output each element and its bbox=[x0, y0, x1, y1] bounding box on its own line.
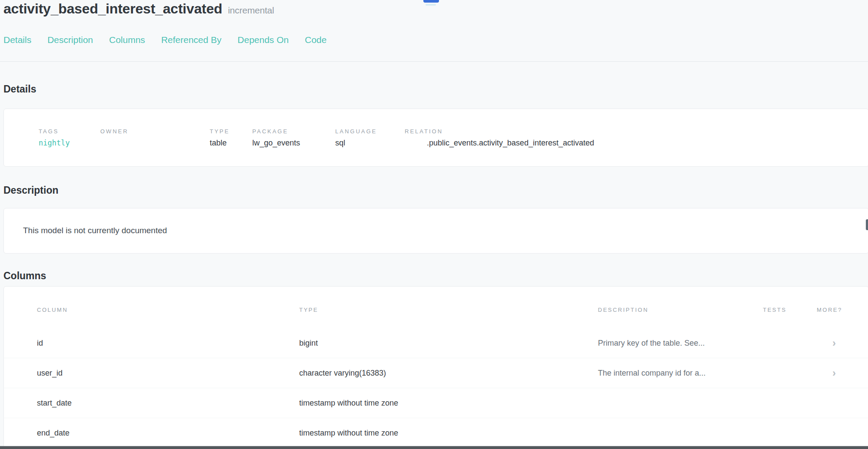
column-name-cell: start_date bbox=[37, 399, 72, 408]
cutoff-edge-fragment bbox=[866, 219, 868, 230]
details-section-heading: Details bbox=[3, 83, 36, 95]
more-header: MORE? bbox=[817, 307, 842, 313]
owner-label: OWNER bbox=[100, 128, 129, 135]
description-header: DESCRIPTION bbox=[598, 307, 648, 313]
table-row-user-id[interactable]: user_id character varying(16383) The int… bbox=[4, 358, 868, 388]
column-name-cell: user_id bbox=[37, 369, 63, 378]
materialization-badge: incremental bbox=[228, 5, 274, 15]
model-docs-page: activity_based_interest_activatedincreme… bbox=[0, 0, 868, 449]
package-value: lw_go_events bbox=[252, 139, 300, 148]
description-section-heading: Description bbox=[3, 185, 59, 196]
columns-card: COLUMN TYPE DESCRIPTION TESTS MORE? id b… bbox=[3, 286, 868, 448]
cutoff-blue-fragment bbox=[423, 0, 439, 3]
tab-columns[interactable]: Columns bbox=[109, 35, 145, 45]
header-divider bbox=[0, 61, 868, 62]
tab-description[interactable]: Description bbox=[47, 35, 93, 45]
column-type-cell: timestamp without time zone bbox=[299, 429, 398, 438]
table-row-end-date[interactable]: end_date timestamp without time zone bbox=[4, 418, 868, 448]
type-value: table bbox=[210, 139, 227, 148]
tab-details[interactable]: Details bbox=[3, 35, 31, 45]
tags-label: TAGS bbox=[39, 128, 59, 135]
language-label: LANGUAGE bbox=[335, 128, 377, 135]
columns-table-header: COLUMN TYPE DESCRIPTION TESTS MORE? bbox=[4, 307, 868, 315]
columns-table-body: id bigint Primary key of the table. See.… bbox=[4, 328, 868, 448]
details-card: TAGS nightly OWNER TYPE table PACKAGE lw… bbox=[3, 109, 868, 167]
cutoff-fragment-glow bbox=[426, 4, 436, 6]
column-name-cell: id bbox=[37, 338, 43, 347]
table-row-id[interactable]: id bigint Primary key of the table. See.… bbox=[4, 328, 868, 358]
relation-label: RELATION bbox=[405, 128, 443, 135]
tab-code[interactable]: Code bbox=[305, 35, 327, 45]
tab-depends-on[interactable]: Depends On bbox=[238, 35, 289, 45]
table-row-start-date[interactable]: start_date timestamp without time zone bbox=[4, 388, 868, 418]
tests-header: TESTS bbox=[763, 307, 786, 313]
column-description-cell: The internal company id for a... bbox=[598, 369, 706, 378]
model-name: activity_based_interest_activated bbox=[3, 1, 222, 17]
tag-nightly[interactable]: nightly bbox=[39, 139, 70, 147]
page-title: activity_based_interest_activatedincreme… bbox=[3, 1, 274, 17]
tab-referenced-by[interactable]: Referenced By bbox=[161, 35, 221, 45]
language-value: sql bbox=[335, 139, 345, 148]
column-description-cell: Primary key of the table. See... bbox=[598, 338, 705, 347]
expand-row-chevron-icon[interactable]: › bbox=[832, 338, 836, 348]
description-text: This model is not currently documented bbox=[23, 226, 167, 235]
expand-row-chevron-icon[interactable]: › bbox=[832, 368, 836, 378]
bottom-edge-bar bbox=[0, 446, 868, 449]
tab-bar: Details Description Columns Referenced B… bbox=[3, 35, 327, 45]
package-label: PACKAGE bbox=[252, 128, 288, 135]
column-name-cell: end_date bbox=[37, 429, 69, 438]
column-type-cell: bigint bbox=[299, 338, 318, 347]
description-card: This model is not currently documented bbox=[3, 208, 868, 254]
column-type-cell: character varying(16383) bbox=[299, 369, 386, 378]
type-header: TYPE bbox=[299, 307, 318, 313]
relation-value: .public_events.activity_based_interest_a… bbox=[427, 139, 594, 148]
column-type-cell: timestamp without time zone bbox=[299, 399, 398, 408]
column-header: COLUMN bbox=[37, 307, 68, 313]
columns-section-heading: Columns bbox=[3, 270, 46, 282]
type-label: TYPE bbox=[210, 128, 230, 135]
